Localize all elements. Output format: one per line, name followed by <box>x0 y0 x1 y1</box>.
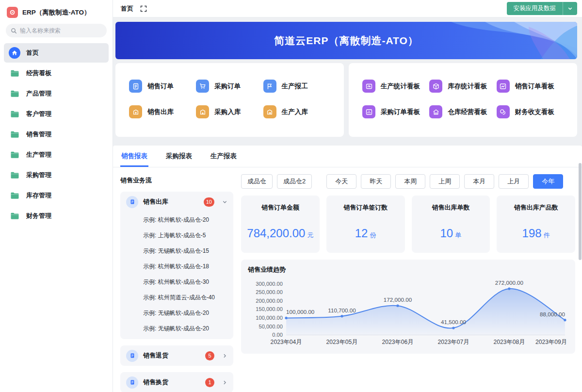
tab-sales-report[interactable]: 销售报表 <box>120 146 148 167</box>
document-icon <box>126 376 138 389</box>
sidebar-item-home[interactable]: 首页 <box>4 43 109 63</box>
quick-link-production-inbound[interactable]: 生产入库 <box>263 105 330 118</box>
flag-icon <box>263 80 276 93</box>
svg-text:272,000.00: 272,000.00 <box>495 279 524 286</box>
sidebar-search[interactable] <box>6 24 107 37</box>
quick-link-label: 采购订单看板 <box>381 108 420 116</box>
flow-group-header[interactable]: 销售出库 10 <box>120 192 233 212</box>
sidebar-item-business-dashboard[interactable]: 经营看板 <box>4 64 109 83</box>
quick-links-left-card: 销售订单 采购订单 生产报工 销售出库 <box>115 63 344 137</box>
flow-item[interactable]: 示例: 无锡帆软-成品仓-20 <box>120 321 233 336</box>
filter-warehouse-1[interactable]: 成品仓 <box>241 174 273 189</box>
sidebar-item-product-mgmt[interactable]: 产品管理 <box>4 84 109 103</box>
filter-warehouse-2[interactable]: 成品仓2 <box>277 174 312 189</box>
document-icon <box>126 350 138 362</box>
flow-item[interactable]: 示例: 上海帆软-成品仓-5 <box>120 228 233 243</box>
quick-link-label: 采购入库 <box>214 108 241 116</box>
count-badge: 5 <box>205 351 214 360</box>
folder-icon <box>9 69 20 77</box>
content-area: 简道云ERP（离散制造-ATO） 销售订单 采购订单 <box>113 17 582 392</box>
app-window: ERP（离散制造-ATO） 首页 经营看板 产品管理 客户 <box>0 0 582 392</box>
banner: 简道云ERP（离散制造-ATO） <box>115 22 577 59</box>
svg-text:100,000.00: 100,000.00 <box>286 309 315 315</box>
sidebar-item-inventory-mgmt[interactable]: 库存管理 <box>4 186 109 205</box>
sidebar-item-label: 采购管理 <box>26 171 51 180</box>
quick-link-warehouse-board[interactable]: 仓库经营看板 <box>429 105 496 118</box>
chevron-down-icon[interactable] <box>219 199 227 205</box>
quick-link-purchase-order[interactable]: 采购订单 <box>196 80 263 93</box>
stat-label: 销售订单金额 <box>246 203 315 212</box>
expand-icon[interactable] <box>140 5 147 12</box>
flow-item[interactable]: 示例: 杭州简道云-成品仓-40 <box>120 290 233 305</box>
filter-today[interactable]: 今天 <box>326 174 356 189</box>
svg-text:200,000.00: 200,000.00 <box>256 298 283 304</box>
svg-text:88,000.00: 88,000.00 <box>540 311 565 317</box>
folder-icon <box>9 192 20 199</box>
svg-text:150,000.00: 150,000.00 <box>256 306 283 312</box>
tab-purchase-report[interactable]: 采购报表 <box>165 146 193 167</box>
svg-text:2023年08月: 2023年08月 <box>493 339 525 345</box>
flow-group-sales-return[interactable]: 销售退货 5 <box>120 345 233 366</box>
quick-link-production-report[interactable]: 生产报工 <box>263 80 330 93</box>
filter-this-year[interactable]: 今年 <box>533 174 563 189</box>
folder-icon <box>9 131 20 138</box>
sidebar-item-purchase-mgmt[interactable]: 采购管理 <box>4 165 109 185</box>
quick-links-right-card: 生产统计看板 库存统计看板 销售订单看板 采购订单看板 <box>349 63 577 137</box>
filter-yesterday[interactable]: 昨天 <box>361 174 391 189</box>
stat-unit: 份 <box>370 231 376 239</box>
chevron-right-icon[interactable] <box>219 353 227 359</box>
filter-this-month[interactable]: 本月 <box>464 174 494 189</box>
sidebar-item-customer-mgmt[interactable]: 客户管理 <box>4 104 109 124</box>
quick-link-sales-order-board[interactable]: 销售订单看板 <box>497 80 564 93</box>
sidebar: ERP（离散制造-ATO） 首页 经营看板 产品管理 客户 <box>0 0 113 392</box>
tab-production-report[interactable]: 生产报表 <box>210 146 238 167</box>
svg-text:2023年07月: 2023年07月 <box>438 339 469 345</box>
quick-link-purchase-order-board[interactable]: 采购订单看板 <box>362 105 429 118</box>
period-filter-group: 今天 昨天 本周 上周 本月 上月 今年 <box>326 174 563 189</box>
filter-last-week[interactable]: 上周 <box>430 174 460 189</box>
report-tabs: 销售报表 采购报表 生产报表 <box>113 146 582 167</box>
quick-link-label: 销售订单 <box>147 82 174 91</box>
stat-label: 销售出库单数 <box>417 203 485 212</box>
quick-link-label: 生产报工 <box>282 82 308 91</box>
quick-cards-row: 销售订单 采购订单 生产报工 销售出库 <box>115 63 577 137</box>
flow-item[interactable]: 示例: 无锡帆软-成品仓-15 <box>120 243 233 259</box>
flow-item[interactable]: 示例: 杭州帆软-成品仓-30 <box>120 274 233 290</box>
chevron-down-icon[interactable] <box>563 6 577 11</box>
count-badge: 1 <box>205 378 214 387</box>
chevron-right-icon[interactable] <box>219 380 227 385</box>
chart-title: 销售业绩趋势 <box>248 265 568 274</box>
quick-link-inventory-stats-board[interactable]: 库存统计看板 <box>429 80 496 93</box>
flow-group-label: 销售退货 <box>143 351 200 360</box>
sales-flow-panel: 销售业务流 销售出库 10 <box>120 174 233 392</box>
quick-link-finance-board[interactable]: 财务收支看板 <box>497 105 564 118</box>
quick-link-production-stats-board[interactable]: 生产统计看板 <box>362 80 429 93</box>
sidebar-item-label: 销售管理 <box>26 130 51 139</box>
box-out-icon <box>129 105 142 118</box>
sidebar-item-finance-mgmt[interactable]: 财务管理 <box>4 206 109 226</box>
quick-link-label: 财务收支看板 <box>515 108 554 116</box>
search-icon <box>11 28 17 34</box>
quick-link-purchase-inbound[interactable]: 采购入库 <box>196 105 263 118</box>
install-button[interactable]: 安装应用及数据 <box>507 2 578 15</box>
sales-flow-title: 销售业务流 <box>120 176 233 185</box>
flow-item[interactable]: 示例: 杭州帆软-成品仓-20 <box>120 212 233 228</box>
quick-link-label: 仓库经营看板 <box>448 108 487 116</box>
breadcrumb[interactable]: 首页 <box>121 4 133 13</box>
filter-last-month[interactable]: 上月 <box>499 174 529 189</box>
search-input[interactable] <box>20 27 93 34</box>
flow-item[interactable]: 示例: 杭州帆软-成品仓-18 <box>120 259 233 274</box>
quick-link-sales-order[interactable]: 销售订单 <box>129 80 196 93</box>
svg-text:2023年05月: 2023年05月 <box>326 339 358 345</box>
sidebar-item-production-mgmt[interactable]: 生产管理 <box>4 145 109 164</box>
flow-group-label: 销售换货 <box>143 378 200 387</box>
sidebar-item-label: 首页 <box>26 49 39 57</box>
banner-wave-decoration <box>417 22 577 59</box>
sidebar-item-sales-mgmt[interactable]: 销售管理 <box>4 125 109 144</box>
quick-link-sales-outbound[interactable]: 销售出库 <box>129 105 196 118</box>
box-in-icon <box>196 105 209 118</box>
flow-group-sales-exchange[interactable]: 销售换货 1 <box>120 372 233 392</box>
scrollbar-thumb[interactable] <box>579 163 582 260</box>
filter-this-week[interactable]: 本周 <box>395 174 425 189</box>
flow-item[interactable]: 示例: 无锡帆软-成品仓-20 <box>120 305 233 321</box>
